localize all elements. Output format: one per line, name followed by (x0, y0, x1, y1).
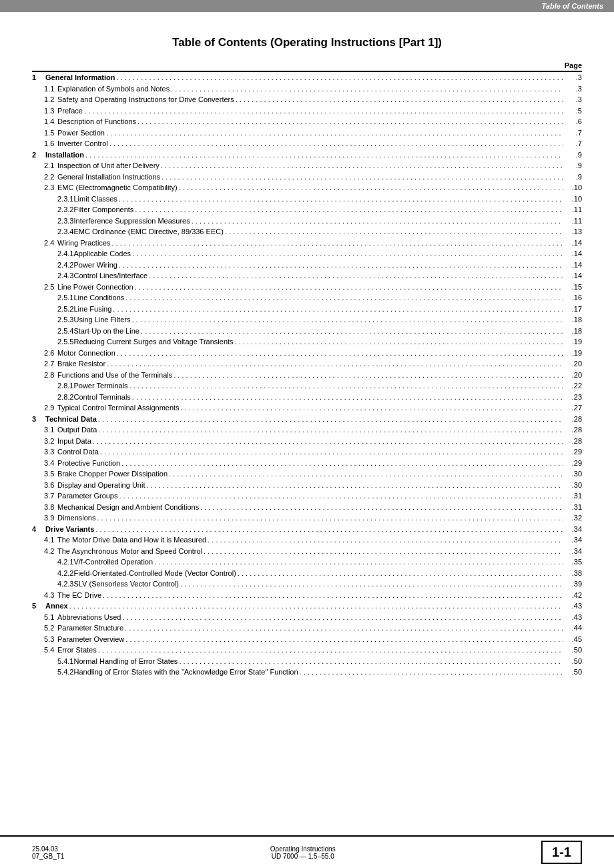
entry-num: 3.9 (32, 512, 57, 524)
entry-page: .19 (563, 348, 582, 359)
entry-fill: . . . . . . . . . . . . . . . . . . . . … (199, 502, 563, 513)
entry-label: Abbreviations Used (57, 612, 121, 623)
entry-label: Parameter Groups (57, 490, 117, 502)
entry-label: Error States (57, 644, 97, 656)
entry-label: Inverter Control (57, 138, 108, 149)
entry-num: 2.8 (32, 370, 57, 381)
entry-fill: . . . . . . . . . . . . . . . . . . . . … (105, 358, 563, 370)
entry-label: Drive Variants (45, 524, 94, 535)
entry-num: 5.1 (32, 612, 57, 623)
entry-fill: . . . . . . . . . . . . . . . . . . . . … (128, 380, 563, 392)
entry-fill: . . . . . . . . . . . . . . . . . . . . … (121, 612, 563, 623)
toc-entry: 2Installation . . . . . . . . . . . . . … (32, 149, 582, 161)
entry-page: .14 (563, 260, 582, 271)
entry-page: .43 (563, 600, 582, 612)
entry-label: Applicable Codes (73, 248, 131, 260)
toc-entry: 5.4.1Normal Handling of Error States . .… (32, 656, 582, 667)
entry-label: Inspection of Unit after Delivery (57, 160, 160, 171)
toc-entry: 2.7Brake Resistor . . . . . . . . . . . … (32, 358, 582, 370)
entry-fill: . . . . . . . . . . . . . . . . . . . . … (153, 556, 563, 568)
toc-entry: 2.8.1Power Terminals . . . . . . . . . .… (32, 380, 582, 392)
footer-center: Operating Instructions UD 7000 — 1.5–55.… (270, 845, 336, 860)
entry-page: .20 (563, 358, 582, 370)
entry-num: 5.4 (32, 644, 57, 656)
toc-entry: 2.5.5Reducing Current Surges and Voltage… (32, 336, 582, 348)
entry-page: .39 (563, 578, 582, 590)
entry-fill: . . . . . . . . . . . . . . . . . . . . … (145, 480, 563, 491)
entry-page: .14 (563, 248, 582, 260)
entry-fill: . . . . . . . . . . . . . . . . . . . . … (91, 436, 563, 447)
toc-entry: 2.8Functions and Use of the Terminals . … (32, 370, 582, 381)
entry-fill: . . . . . . . . . . . . . . . . . . . . … (139, 326, 563, 337)
entry-page: .30 (563, 480, 582, 491)
entry-fill: . . . . . . . . . . . . . . . . . . . . … (105, 127, 563, 139)
entry-fill: . . . . . . . . . . . . . . . . . . . . … (115, 72, 563, 83)
entry-label: Mechanical Design and Ambient Conditions (57, 502, 199, 513)
entry-num: 2.2 (32, 171, 57, 183)
toc-container: 1General Information . . . . . . . . . .… (32, 72, 582, 678)
entry-label: The Asynchronous Motor and Speed Control (57, 546, 202, 557)
entry-page: .38 (563, 568, 582, 579)
entry-fill: . . . . . . . . . . . . . . . . . . . . … (101, 590, 563, 601)
toc-entry: 2.4.2Power Wiring . . . . . . . . . . . … (32, 260, 582, 271)
toc-entry: 2.4Wiring Practices . . . . . . . . . . … (32, 238, 582, 249)
entry-page: .10 (563, 182, 582, 193)
entry-fill: . . . . . . . . . . . . . . . . . . . . … (94, 524, 563, 535)
toc-entry: 2.5.1Line Conditions . . . . . . . . . .… (32, 292, 582, 304)
entry-fill: . . . . . . . . . . . . . . . . . . . . … (131, 392, 563, 403)
toc-entry: 1.4Description of Functions . . . . . . … (32, 116, 582, 127)
entry-fill: . . . . . . . . . . . . . . . . . . . . … (111, 304, 563, 315)
footer: 25.04.03 07_GB_T1 Operating Instructions… (0, 835, 614, 868)
entry-label: Safety and Operating Instructions for Dr… (57, 94, 234, 105)
entry-num: 4.1 (32, 534, 57, 546)
entry-num: 2.7 (32, 358, 57, 370)
entry-fill: . . . . . . . . . . . . . . . . . . . . … (133, 204, 563, 215)
entry-num: 2.4.1 (32, 248, 73, 260)
toc-entry: 1.6Inverter Control . . . . . . . . . . … (32, 138, 582, 149)
toc-entry: 3.9Dimensions . . . . . . . . . . . . . … (32, 512, 582, 524)
entry-page: .14 (563, 238, 582, 249)
entry-num: 2.5.1 (32, 292, 73, 304)
entry-fill: . . . . . . . . . . . . . . . . . . . . … (84, 149, 563, 161)
toc-entry: 2.6Motor Connection . . . . . . . . . . … (32, 348, 582, 359)
toc-entry: 2.3.2Filter Components . . . . . . . . .… (32, 204, 582, 215)
entry-label: Power Section (57, 127, 105, 139)
entry-label: Functions and Use of the Terminals (57, 370, 172, 381)
entry-label: Wiring Practices (57, 238, 110, 249)
toc-entry: 2.9Typical Control Terminal Assignments … (32, 402, 582, 414)
entry-label: Line Conditions (73, 292, 124, 304)
entry-num: 2.5.4 (32, 326, 73, 337)
entry-label: The EC Drive (57, 590, 101, 601)
toc-entry: 1General Information . . . . . . . . . .… (32, 72, 582, 83)
entry-num: 2.3 (32, 182, 57, 193)
toc-entry: 3.3Control Data . . . . . . . . . . . . … (32, 446, 582, 458)
entry-page: .3 (563, 94, 582, 105)
entry-label: Reducing Current Surges and Voltage Tran… (73, 336, 233, 348)
toc-entry: 1.2Safety and Operating Instructions for… (32, 94, 582, 105)
footer-page-number: 1-1 (541, 841, 582, 864)
toc-entry: 2.5.4Start-Up on the Line . . . . . . . … (32, 326, 582, 337)
toc-entry: 2.2General Installation Instructions . .… (32, 171, 582, 183)
entry-label: Control Lines/Interface (73, 270, 147, 282)
entry-page: .50 (563, 656, 582, 667)
entry-num: 2.5.3 (32, 314, 73, 326)
entry-label: Dimensions (57, 512, 95, 524)
entry-label: Using Line Filters (73, 314, 130, 326)
entry-label: Normal Handling of Error States (73, 656, 178, 667)
entry-fill: . . . . . . . . . . . . . . . . . . . . … (178, 656, 563, 667)
entry-fill: . . . . . . . . . . . . . . . . . . . . … (190, 215, 563, 227)
footer-left: 25.04.03 07_GB_T1 (32, 845, 64, 860)
entry-label: Line Fusing (73, 304, 111, 315)
toc-entry: 4.3The EC Drive . . . . . . . . . . . . … (32, 590, 582, 601)
entry-fill: . . . . . . . . . . . . . . . . . . . . … (136, 116, 563, 127)
entry-fill: . . . . . . . . . . . . . . . . . . . . … (172, 370, 563, 381)
toc-entry: 2.5.2Line Fusing . . . . . . . . . . . .… (32, 304, 582, 315)
entry-fill: . . . . . . . . . . . . . . . . . . . . … (160, 171, 563, 183)
entry-num: 1.5 (32, 127, 57, 139)
entry-page: .3 (563, 83, 582, 95)
entry-page: .20 (563, 370, 582, 381)
entry-label: Display and Operating Unit (57, 480, 145, 491)
entry-fill: . . . . . . . . . . . . . . . . . . . . … (108, 138, 563, 149)
toc-entry: 2.5Line Power Connection . . . . . . . .… (32, 282, 582, 293)
entry-label: Handling of Error States with the "Ackno… (73, 667, 298, 678)
